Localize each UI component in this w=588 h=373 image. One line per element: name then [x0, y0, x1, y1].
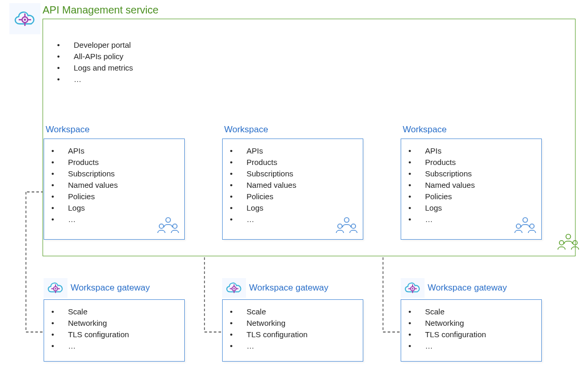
- list-item: Scale: [46, 306, 180, 317]
- svg-point-22: [173, 224, 177, 228]
- apim-service-icon: [9, 3, 40, 34]
- list-item: Policies: [46, 191, 180, 202]
- svg-point-26: [523, 218, 528, 223]
- svg-point-20: [166, 218, 171, 223]
- workspace-3-box: APIs Products Subscriptions Named values…: [401, 139, 542, 240]
- list-item: Named values: [403, 179, 537, 191]
- list-item: Policies: [403, 191, 537, 202]
- svg-point-27: [516, 224, 521, 228]
- gateway-3-header: Workspace gateway: [401, 278, 507, 298]
- list-item: Policies: [225, 191, 359, 202]
- svg-point-30: [559, 241, 564, 245]
- users-icon: [156, 216, 180, 236]
- workspace-2-box: APIs Products Subscriptions Named values…: [222, 139, 363, 240]
- list-item: Networking: [225, 317, 359, 329]
- svg-point-33: [55, 288, 57, 289]
- list-item: Networking: [46, 317, 180, 329]
- list-item: TLS configuration: [225, 329, 359, 340]
- list-item: Subscriptions: [46, 168, 180, 179]
- svg-point-25: [351, 224, 355, 228]
- list-item: Scale: [403, 306, 537, 317]
- list-item: APIs: [225, 145, 359, 157]
- list-item: Products: [403, 157, 537, 168]
- list-item: …: [225, 340, 359, 352]
- list-item: …: [46, 340, 180, 352]
- gateway-1-header: Workspace gateway: [44, 278, 150, 298]
- list-item: Subscriptions: [225, 168, 359, 179]
- list-item: Named values: [225, 179, 359, 191]
- svg-point-21: [159, 224, 163, 228]
- gateway-1-title: Workspace gateway: [71, 283, 150, 293]
- service-title: API Management service: [43, 4, 158, 16]
- service-users-icon: [556, 232, 580, 253]
- svg-point-23: [345, 218, 349, 223]
- list-item: Named values: [46, 179, 180, 191]
- svg-point-28: [530, 224, 534, 228]
- list-item: Developer portal: [52, 39, 208, 51]
- gateway-2-title: Workspace gateway: [249, 283, 329, 293]
- apim-gateway-icon: [222, 278, 246, 298]
- gateway-2-header: Workspace gateway: [222, 278, 329, 298]
- apim-gateway-icon: [401, 278, 425, 298]
- list-item: Logs: [46, 202, 180, 214]
- gateway-3-box: Scale Networking TLS configuration …: [401, 299, 542, 362]
- list-item: …: [52, 74, 208, 85]
- gateway-2-box: Scale Networking TLS configuration …: [222, 299, 363, 362]
- list-item: Scale: [225, 306, 359, 317]
- list-item: TLS configuration: [403, 329, 537, 340]
- svg-point-31: [573, 241, 577, 245]
- svg-point-29: [566, 234, 571, 239]
- workspace-2-label: Workspace: [224, 125, 268, 135]
- users-icon: [513, 216, 537, 236]
- workspace-1-box: APIs Products Subscriptions Named values…: [44, 139, 185, 240]
- list-item: …: [403, 340, 537, 352]
- list-item: All-APIs policy: [52, 51, 208, 62]
- users-icon: [335, 216, 359, 236]
- svg-point-39: [234, 288, 235, 289]
- diagram-canvas: API Management service Developer portal …: [0, 0, 588, 373]
- list-item: Logs: [225, 202, 359, 214]
- svg-point-24: [338, 224, 342, 228]
- workspace-3-label: Workspace: [403, 125, 447, 135]
- apim-gateway-icon: [44, 278, 67, 298]
- service-feature-list: Developer portal All-APIs policy Logs an…: [52, 39, 208, 85]
- list-item: Products: [225, 157, 359, 168]
- svg-point-15: [24, 19, 26, 21]
- list-item: Logs and metrics: [52, 62, 208, 74]
- list-item: Subscriptions: [403, 168, 537, 179]
- list-item: TLS configuration: [46, 329, 180, 340]
- list-item: Products: [46, 157, 180, 168]
- list-item: Networking: [403, 317, 537, 329]
- list-item: APIs: [46, 145, 180, 157]
- gateway-1-box: Scale Networking TLS configuration …: [44, 299, 185, 362]
- svg-point-45: [412, 288, 414, 289]
- workspace-1-label: Workspace: [46, 125, 90, 135]
- gateway-3-title: Workspace gateway: [428, 283, 507, 293]
- list-item: Logs: [403, 202, 537, 214]
- list-item: APIs: [403, 145, 537, 157]
